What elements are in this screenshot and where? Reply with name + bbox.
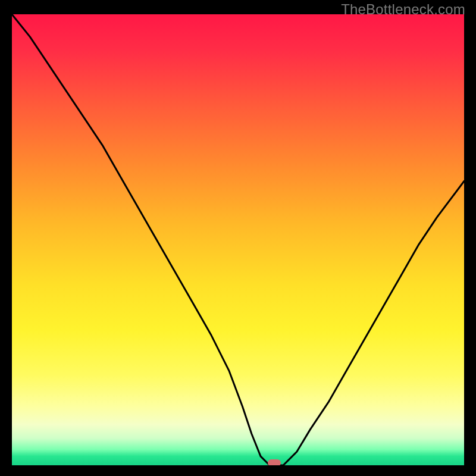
chart-plot-area <box>12 14 464 465</box>
optimal-point-marker <box>268 459 281 465</box>
watermark-text: TheBottleneck.com <box>341 1 465 18</box>
bottleneck-curve <box>12 14 464 465</box>
